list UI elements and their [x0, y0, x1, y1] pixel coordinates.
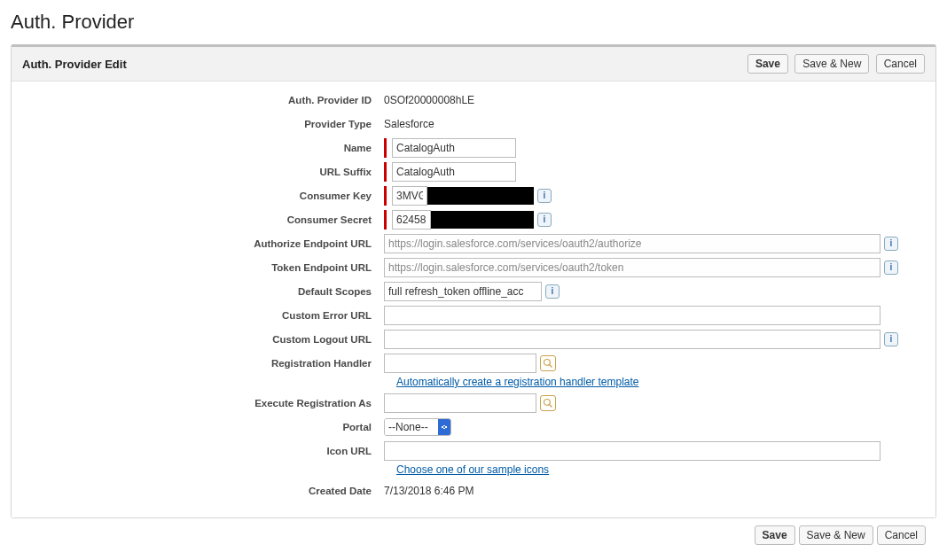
footer-buttons: Save Save & New Cancel	[11, 518, 936, 552]
icon-url-label: Icon URL	[29, 446, 384, 456]
consumer-key-input[interactable]	[392, 186, 427, 206]
custom-logout-url-input[interactable]	[384, 330, 880, 349]
info-icon[interactable]: i	[884, 261, 898, 275]
svg-point-2	[544, 400, 551, 406]
auth-provider-id-value: 0SOf20000008hLE	[384, 94, 474, 106]
auto-create-handler-link[interactable]: Automatically create a registration hand…	[396, 376, 638, 388]
svg-line-1	[550, 365, 552, 368]
portal-select[interactable]: --None--	[385, 419, 438, 435]
save-button[interactable]: Save	[755, 525, 795, 545]
registration-handler-label: Registration Handler	[29, 358, 384, 369]
url-suffix-label: URL Suffix	[29, 167, 384, 177]
provider-type-value: Salesforce	[384, 118, 434, 130]
name-label: Name	[29, 143, 384, 153]
custom-logout-url-label: Custom Logout URL	[29, 334, 384, 345]
panel-header: Auth. Provider Edit Save Save & New Canc…	[12, 47, 935, 82]
required-indicator	[384, 162, 387, 182]
name-input[interactable]	[392, 138, 516, 158]
required-indicator	[384, 210, 387, 229]
url-suffix-input[interactable]	[392, 162, 516, 182]
consumer-secret-label: Consumer Secret	[29, 214, 384, 225]
created-date-value: 7/13/2018 6:46 PM	[384, 485, 474, 497]
auth-provider-id-label: Auth. Provider ID	[29, 95, 384, 105]
cancel-button[interactable]: Cancel	[876, 54, 925, 74]
form-body: Auth. Provider ID 0SOf20000008hLE Provid…	[12, 82, 935, 517]
save-and-new-button[interactable]: Save & New	[799, 525, 873, 545]
token-url-input[interactable]	[384, 258, 880, 277]
chevron-down-icon	[438, 419, 450, 435]
consumer-secret-masked	[431, 211, 534, 229]
consumer-key-masked	[427, 187, 534, 205]
info-icon[interactable]: i	[884, 332, 898, 346]
default-scopes-input[interactable]	[384, 282, 542, 301]
lookup-icon[interactable]	[540, 395, 556, 411]
save-button[interactable]: Save	[747, 54, 788, 74]
info-icon[interactable]: i	[537, 189, 552, 203]
default-scopes-label: Default Scopes	[29, 286, 384, 297]
info-icon[interactable]: i	[884, 237, 898, 251]
header-buttons: Save Save & New Cancel	[744, 54, 925, 74]
portal-label: Portal	[29, 422, 384, 432]
panel-title: Auth. Provider Edit	[22, 58, 127, 71]
authorize-url-input[interactable]	[384, 234, 880, 253]
save-and-new-button[interactable]: Save & New	[794, 54, 869, 74]
custom-error-url-input[interactable]	[384, 306, 880, 325]
token-url-label: Token Endpoint URL	[29, 262, 384, 273]
provider-type-label: Provider Type	[29, 119, 384, 129]
cancel-button[interactable]: Cancel	[877, 525, 926, 545]
created-date-label: Created Date	[29, 486, 384, 496]
consumer-secret-input[interactable]	[392, 210, 431, 229]
authorize-url-label: Authorize Endpoint URL	[29, 238, 384, 249]
consumer-key-label: Consumer Key	[29, 191, 384, 201]
page-title: Auth. Provider	[11, 11, 936, 34]
execute-registration-as-label: Execute Registration As	[29, 398, 384, 408]
registration-handler-input[interactable]	[384, 354, 536, 373]
execute-registration-as-input[interactable]	[384, 393, 536, 413]
custom-error-url-label: Custom Error URL	[29, 310, 384, 321]
edit-panel: Auth. Provider Edit Save Save & New Canc…	[11, 44, 936, 518]
svg-point-0	[544, 360, 551, 366]
required-indicator	[384, 138, 387, 158]
required-indicator	[384, 186, 387, 206]
icon-url-input[interactable]	[384, 441, 880, 461]
sample-icons-link[interactable]: Choose one of our sample icons	[396, 463, 549, 476]
svg-line-3	[550, 405, 552, 408]
info-icon[interactable]: i	[537, 213, 552, 227]
info-icon[interactable]: i	[545, 284, 560, 299]
lookup-icon[interactable]	[540, 355, 556, 371]
